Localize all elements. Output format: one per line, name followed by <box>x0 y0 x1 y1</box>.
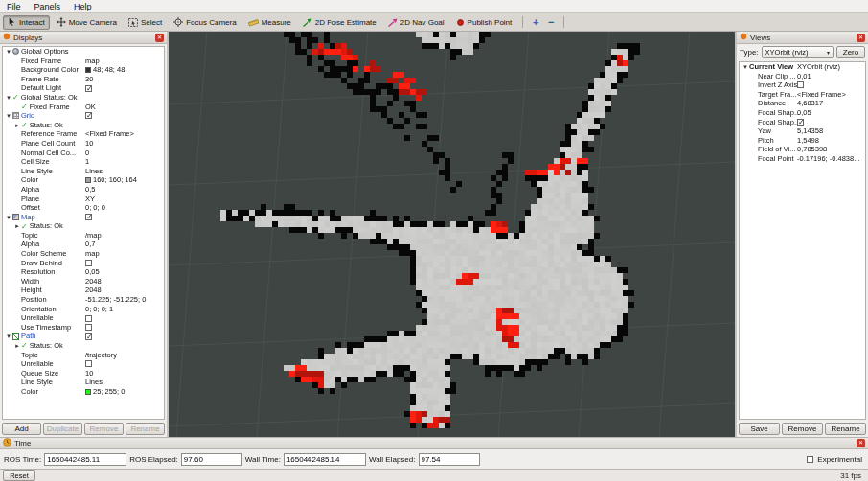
property-value[interactable] <box>85 332 92 341</box>
property-value[interactable]: Lines <box>85 378 103 387</box>
property-value[interactable]: 160; 160; 164 <box>85 175 137 185</box>
property-row-queue-size[interactable]: Queue Size10 <box>3 369 164 378</box>
property-row-status-ok[interactable]: ▸✓Status: Ok <box>3 121 164 130</box>
property-value[interactable]: 1 <box>85 157 89 167</box>
tool-move-camera[interactable]: Move Camera <box>52 15 122 30</box>
property-value[interactable]: 4,68317 <box>797 99 823 108</box>
property-row-background-color[interactable]: Background Color48; 48; 48 <box>3 65 164 75</box>
property-value[interactable]: 0,7 <box>85 240 95 249</box>
unreliable-checkbox[interactable] <box>85 315 92 322</box>
property-value[interactable]: 2048 <box>85 277 102 286</box>
reset-button[interactable]: Reset <box>3 470 35 481</box>
property-row-fixed-frame[interactable]: Fixed Framemap <box>3 57 164 66</box>
property-value[interactable]: 0 <box>85 149 89 158</box>
property-row-default-light[interactable]: Default Light <box>3 83 164 93</box>
property-value[interactable]: 0,05 <box>797 108 811 118</box>
menu-help[interactable]: Help <box>71 2 95 11</box>
property-row-near-clip[interactable]: Near Clip ...0,01 <box>740 72 865 81</box>
property-value[interactable] <box>85 259 92 268</box>
property-value[interactable]: 10 <box>85 369 93 378</box>
property-row-draw-behind[interactable]: Draw Behind <box>3 259 164 268</box>
property-row-plane[interactable]: PlaneXY <box>3 195 164 204</box>
property-row-position[interactable]: Position-51.225; -51.225; 0 <box>3 295 164 305</box>
property-value[interactable]: OK <box>85 103 96 112</box>
property-row-distance[interactable]: Distance4,68317 <box>740 99 865 108</box>
property-row-width[interactable]: Width2048 <box>3 277 164 286</box>
zero-button[interactable]: Zero <box>836 46 865 58</box>
property-value[interactable]: 0,01 <box>797 72 811 81</box>
property-value[interactable]: 0,785398 <box>797 145 827 154</box>
property-row-focal-shap[interactable]: Focal Shap... <box>740 118 865 127</box>
path-checkbox[interactable] <box>85 333 92 340</box>
display-row-grid[interactable]: ▾Grid <box>3 111 164 121</box>
tool-publish-point[interactable]: Publish Point <box>451 15 517 30</box>
property-value[interactable] <box>85 323 92 332</box>
property-value[interactable]: map <box>85 57 100 66</box>
minus-tool-button[interactable]: − <box>544 15 558 29</box>
property-value[interactable]: /map <box>85 231 102 240</box>
tree-expander-icon[interactable]: ▾ <box>5 213 12 222</box>
property-row-current-view[interactable]: ▾Current ViewXYOrbit (rviz) <box>740 62 865 72</box>
tool-measure[interactable]: Measure <box>243 15 296 30</box>
ros-time-input[interactable] <box>44 453 126 466</box>
property-row-topic[interactable]: Topic/trajectory <box>3 351 164 360</box>
tree-expander-icon[interactable]: ▸ <box>13 121 21 130</box>
property-row-height[interactable]: Height2048 <box>3 286 164 295</box>
menu-panels[interactable]: Panels <box>32 2 64 11</box>
property-row-orientation[interactable]: Orientation0; 0; 0; 1 <box>3 305 164 314</box>
property-value[interactable]: 2048 <box>85 286 102 295</box>
default-light-checkbox[interactable] <box>85 85 92 92</box>
property-value[interactable]: 0; 0; 0; 1 <box>85 305 113 314</box>
property-value[interactable] <box>85 83 92 93</box>
3d-view-canvas[interactable] <box>169 32 735 437</box>
property-row-color[interactable]: Color25; 255; 0 <box>3 387 164 397</box>
tool-2d-pose-estimate[interactable]: 2D Pose Estimate <box>298 15 381 30</box>
property-value[interactable]: 25; 255; 0 <box>85 387 125 397</box>
tool-select[interactable]: Select <box>124 15 167 30</box>
property-row-invert-z-axis[interactable]: Invert Z Axis <box>740 80 865 90</box>
property-row-global-status-ok[interactable]: ▾✓Global Status: Ok <box>3 93 164 103</box>
time-close-icon[interactable]: ✕ <box>857 439 865 447</box>
unreliable-checkbox[interactable] <box>85 360 92 367</box>
draw-behind-checkbox[interactable] <box>85 260 92 266</box>
save-button[interactable]: Save <box>739 423 780 435</box>
property-row-unreliable[interactable]: Unreliable <box>3 359 164 369</box>
property-row-normal-cell-co[interactable]: Normal Cell Co...0 <box>3 149 164 158</box>
use-timestamp-checkbox[interactable] <box>85 324 92 331</box>
tree-expander-icon[interactable]: ▸ <box>13 341 21 351</box>
remove-button[interactable]: Remove <box>782 423 823 435</box>
property-row-offset[interactable]: Offset0; 0; 0 <box>3 203 164 213</box>
focal-shap-checkbox[interactable] <box>797 119 804 126</box>
property-row-color-scheme[interactable]: Color Schememap <box>3 249 164 259</box>
property-value[interactable]: XYOrbit (rviz) <box>797 62 840 72</box>
property-row-reference-frame[interactable]: Reference Frame<Fixed Frame> <box>3 129 164 139</box>
property-value[interactable]: -0.17196; -0.4838... <box>797 154 859 164</box>
tree-expander-icon[interactable]: ▾ <box>5 332 12 341</box>
property-value[interactable] <box>797 80 804 90</box>
property-value[interactable]: Lines <box>85 167 103 176</box>
invert-z-axis-checkbox[interactable] <box>797 81 804 88</box>
view-type-select[interactable]: XYOrbit (rviz) ▾ <box>762 46 834 58</box>
property-row-field-of-vi[interactable]: Field of Vi...0,785398 <box>740 145 865 154</box>
property-value[interactable]: 0,5 <box>85 185 95 195</box>
property-value[interactable]: XY <box>85 195 95 204</box>
property-value[interactable] <box>85 359 92 369</box>
grid-checkbox[interactable] <box>85 112 92 119</box>
property-value[interactable]: 30 <box>85 75 93 84</box>
experimental-checkbox[interactable] <box>807 456 813 463</box>
property-value[interactable]: <Fixed Frame> <box>797 90 846 100</box>
property-value[interactable]: 48; 48; 48 <box>85 65 125 75</box>
property-row-line-style[interactable]: Line StyleLines <box>3 378 164 387</box>
rename-button[interactable]: Rename <box>825 423 866 435</box>
property-value[interactable]: 5,14358 <box>797 126 823 136</box>
property-row-yaw[interactable]: Yaw5,14358 <box>740 126 865 136</box>
property-value[interactable]: 10 <box>85 139 93 149</box>
property-row-topic[interactable]: Topic/map <box>3 231 164 240</box>
property-row-pitch[interactable]: Pitch1,5498 <box>740 136 865 146</box>
property-row-unreliable[interactable]: Unreliable <box>3 313 164 323</box>
tool-interact[interactable]: Interact <box>3 15 50 30</box>
property-value[interactable]: /trajectory <box>85 351 117 360</box>
tree-expander-icon[interactable]: ▾ <box>5 93 12 103</box>
tree-expander-icon[interactable]: ▾ <box>742 62 749 72</box>
property-row-cell-size[interactable]: Cell Size1 <box>3 157 164 167</box>
